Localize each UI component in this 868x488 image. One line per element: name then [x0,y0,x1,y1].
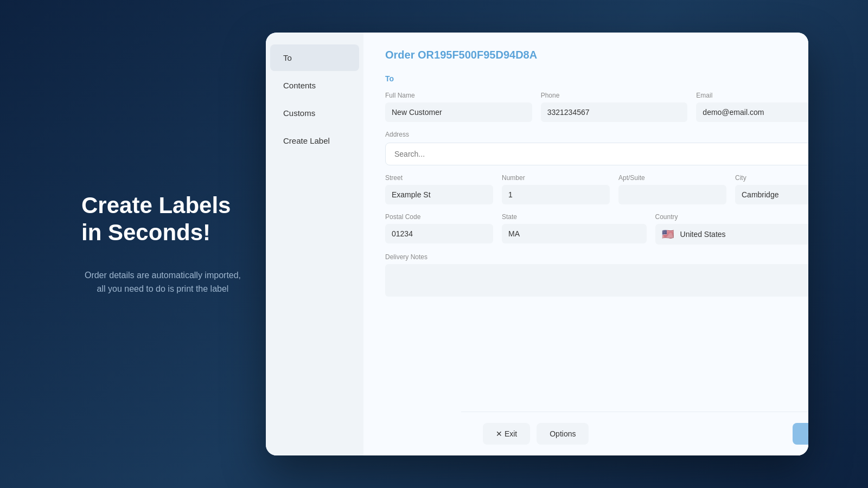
modal: To Contents Customs Create Label Order O… [266,33,808,455]
full-name-input[interactable] [385,102,532,122]
country-label: Country [655,213,808,221]
delivery-notes-input[interactable] [385,264,808,297]
apt-input[interactable] [618,185,726,204]
full-name-label: Full Name [385,92,532,99]
city-group: City [735,174,808,204]
order-id: Order OR195F500F95D94D8A [385,49,808,61]
city-input[interactable] [735,185,808,204]
sidebar-item-create-label[interactable]: Create Label [270,127,359,154]
email-label: Email [696,92,808,99]
street-label: Street [385,174,493,182]
address-search-wrapper: 🔍 [385,143,808,165]
number-label: Number [502,174,610,182]
state-input[interactable] [502,224,647,243]
footer-buttons: ✕ Exit Options Next › [461,412,808,455]
sidebar-item-customs[interactable]: Customs [270,100,359,126]
country-flag-icon: 🇺🇸 [662,228,674,240]
section-to-label: To [385,74,808,83]
options-button[interactable]: Options [537,423,589,445]
address-section: Address 🔍 [385,131,808,165]
address-label: Address [385,131,808,138]
postal-input[interactable] [385,224,493,243]
postal-row: Postal Code State Country 🇺🇸 United Stat… [385,213,808,245]
phone-label: Phone [541,92,688,99]
scrollable-content: Order OR195F500F95D94D8A To Full Name Ph… [363,33,808,455]
street-input[interactable] [385,185,493,204]
state-group: State [502,213,647,245]
phone-group: Phone [541,92,688,122]
full-name-group: Full Name [385,92,532,122]
delivery-notes-label: Delivery Notes [385,253,808,261]
street-row: Street Number Apt/Suite City [385,174,808,204]
postal-group: Postal Code [385,213,493,245]
contact-row: Full Name Phone Email [385,92,808,122]
apt-label: Apt/Suite [618,174,726,182]
phone-input[interactable] [541,102,688,122]
country-group: Country 🇺🇸 United States ▼ [655,213,808,245]
main-content-wrapper: Order OR195F500F95D94D8A To Full Name Ph… [363,33,808,455]
email-input[interactable] [696,102,808,122]
country-select-wrapper: 🇺🇸 United States ▼ [655,224,808,245]
delivery-notes-group: Delivery Notes [385,253,808,297]
state-label: State [502,213,647,221]
headline: Create Labels in Seconds! [81,192,244,247]
city-label: City [735,174,808,182]
next-button[interactable]: Next › [793,423,808,445]
number-group: Number [502,174,610,204]
number-input[interactable] [502,185,610,204]
sidebar-item-contents[interactable]: Contents [270,72,359,99]
apt-group: Apt/Suite [618,174,726,204]
email-group: Email [696,92,808,122]
sidebar-item-to[interactable]: To [270,44,359,71]
postal-label: Postal Code [385,213,493,221]
subtext: Order details are automatically imported… [81,268,244,296]
exit-button[interactable]: ✕ Exit [483,423,530,445]
sidebar: To Contents Customs Create Label [266,33,363,455]
left-panel: Create Labels in Seconds! Order details … [60,170,266,318]
address-search-input[interactable] [386,143,808,165]
street-group: Street [385,174,493,204]
country-select[interactable]: United States [678,224,808,245]
